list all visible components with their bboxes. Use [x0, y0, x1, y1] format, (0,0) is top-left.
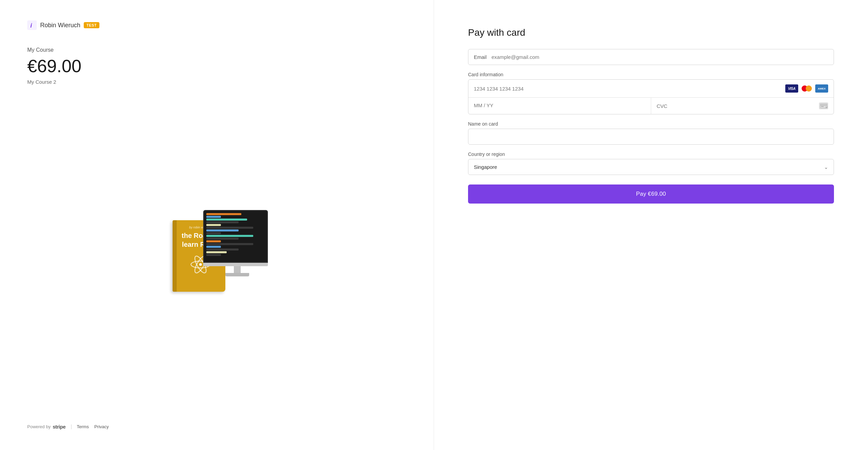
cvc-card-icon: 123: [819, 102, 828, 109]
svg-rect-8: [821, 106, 824, 107]
left-panel: i Robin Wieruch TEST My Course €69.00 My…: [0, 0, 434, 450]
card-info-group: Card information VISA AMEX: [468, 72, 834, 114]
footer-divider: [71, 424, 71, 429]
cvc-input[interactable]: [657, 103, 819, 109]
country-value: Singapore: [474, 164, 824, 170]
course-label: My Course: [27, 47, 406, 53]
expiry-cell: [468, 98, 651, 114]
mastercard-icon: [800, 84, 813, 93]
price-display: €69.00: [27, 56, 406, 76]
chevron-down-icon: ⌄: [824, 164, 828, 170]
pay-title: Pay with card: [468, 27, 834, 38]
expiry-input[interactable]: [474, 102, 645, 108]
name-input[interactable]: [468, 129, 834, 145]
svg-rect-7: [820, 105, 827, 106]
card-number-row: VISA AMEX: [468, 80, 834, 98]
expiry-cvc-row: 123: [468, 98, 834, 114]
footer: Powered by stripe Terms Privacy: [27, 410, 406, 430]
brand-name: Robin Wieruch: [40, 22, 80, 29]
brand-icon: i: [27, 20, 37, 30]
monitor-bezel: [203, 263, 268, 266]
card-number-input[interactable]: [474, 86, 785, 92]
email-label: Email: [474, 54, 487, 60]
visa-icon: VISA: [785, 84, 798, 93]
email-group: Email: [468, 49, 834, 65]
email-wrapper[interactable]: Email: [468, 49, 834, 65]
svg-point-5: [199, 263, 202, 266]
monitor-stand-base: [225, 273, 249, 276]
product-image: by robin wieruch the Road to learn React: [27, 98, 406, 410]
powered-by-text: Powered by: [27, 424, 51, 429]
country-group: Country or region Singapore ⌄: [468, 151, 834, 175]
monitor: [203, 210, 271, 285]
pay-button[interactable]: Pay €69.00: [468, 184, 834, 204]
card-info-label: Card information: [468, 72, 834, 77]
country-label: Country or region: [468, 151, 834, 157]
terms-link[interactable]: Terms: [77, 424, 89, 429]
svg-text:123: 123: [825, 106, 827, 108]
cvc-cell: 123: [651, 98, 834, 114]
card-icons: VISA AMEX: [785, 84, 828, 93]
card-info-box: VISA AMEX: [468, 79, 834, 114]
right-panel: Pay with card Email Card information VIS…: [434, 0, 868, 450]
course-name: My Course 2: [27, 79, 406, 85]
country-select[interactable]: Singapore ⌄: [468, 159, 834, 175]
illustration: by robin wieruch the Road to learn React: [162, 210, 271, 299]
brand-header: i Robin Wieruch TEST: [27, 20, 406, 30]
name-group: Name on card: [468, 121, 834, 145]
amex-icon: AMEX: [815, 84, 828, 93]
stripe-wordmark: stripe: [53, 424, 66, 430]
privacy-link[interactable]: Privacy: [94, 424, 109, 429]
book-spine: [173, 220, 177, 292]
powered-by: Powered by stripe: [27, 424, 66, 430]
monitor-stand-neck: [234, 266, 241, 273]
name-label: Name on card: [468, 121, 834, 127]
test-badge: TEST: [84, 22, 99, 28]
email-input[interactable]: [492, 54, 828, 60]
monitor-screen: [203, 210, 268, 263]
